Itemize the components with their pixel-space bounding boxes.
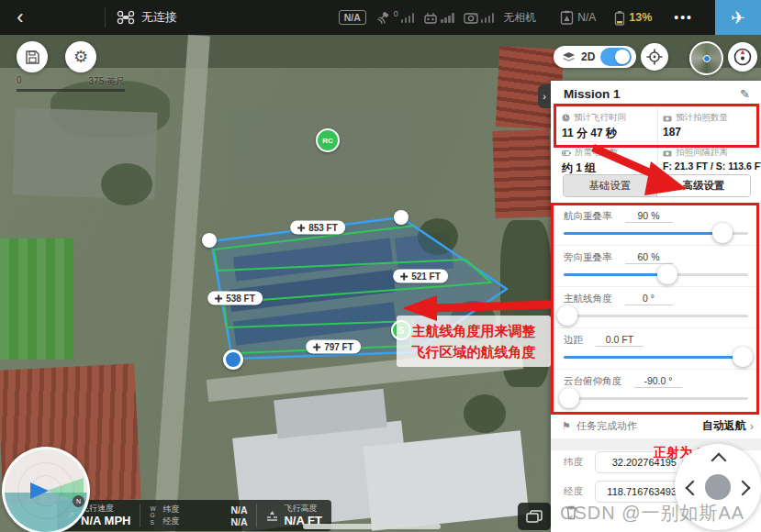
minimap-button[interactable] bbox=[689, 41, 723, 75]
tab-basic-settings[interactable]: 基础设置 bbox=[564, 175, 657, 196]
altitude-label: 飞行高度 bbox=[284, 504, 321, 515]
move-icon bbox=[400, 272, 408, 280]
drone-icon bbox=[117, 10, 135, 25]
app-screen: S RC 853 FT 521 FT 538 FT 797 FT ⚙ 0375 … bbox=[0, 0, 761, 532]
mission-panel: › Mission 1 ✎ 预计飞行时间 11 分 47 秒 预计拍照数量 18… bbox=[551, 81, 761, 532]
ellipsis-icon: ••• bbox=[674, 10, 693, 25]
slider-row-course-overlap: 航向重叠率90 % bbox=[551, 204, 761, 246]
more-menu-button[interactable]: ••• bbox=[661, 10, 706, 25]
camera-signal-bars bbox=[481, 13, 495, 23]
rc-signal-status[interactable] bbox=[423, 11, 454, 24]
airplane-icon: ✈ bbox=[731, 7, 745, 28]
map-redroof-right bbox=[492, 129, 552, 218]
stat-label: 预计飞行时间 bbox=[574, 112, 626, 124]
connection-status[interactable]: 无连接 bbox=[117, 9, 177, 26]
home-indicator[interactable] bbox=[303, 524, 441, 529]
slider-track[interactable] bbox=[564, 356, 748, 359]
aircraft-battery-status[interactable]: N/A bbox=[560, 10, 596, 25]
chevron-right-icon: › bbox=[750, 419, 754, 433]
gps-status[interactable]: 0 bbox=[375, 11, 415, 25]
chevron-right-icon: › bbox=[543, 91, 546, 102]
edge-length-label-left[interactable]: 538 FT bbox=[207, 292, 263, 305]
locate-button[interactable] bbox=[641, 43, 668, 71]
watermark: CSDN @一别如斯AA bbox=[560, 501, 744, 526]
edge-length-label-bottom[interactable]: 797 FT bbox=[306, 340, 361, 354]
polygon-vertex-handle[interactable] bbox=[202, 233, 217, 248]
slider-thumb[interactable] bbox=[733, 347, 753, 367]
latitude-label: 纬度 bbox=[564, 456, 584, 469]
panel-collapse-handle[interactable]: › bbox=[538, 84, 551, 108]
takeoff-button[interactable]: ✈ bbox=[715, 0, 761, 35]
nudge-center-knob[interactable] bbox=[705, 474, 731, 500]
battery-icon bbox=[562, 150, 571, 157]
edge-length-label-top[interactable]: 853 FT bbox=[290, 221, 345, 235]
slider-thumb[interactable] bbox=[557, 305, 577, 326]
nudge-left-button[interactable] bbox=[686, 481, 701, 496]
map-mode-label: 2D bbox=[581, 50, 595, 63]
slider-thumb[interactable] bbox=[657, 264, 677, 284]
slider-fill bbox=[564, 232, 722, 235]
map-layers-button[interactable] bbox=[518, 503, 551, 530]
gps-signal-bars bbox=[401, 13, 415, 23]
lng-label: 经度 bbox=[162, 516, 194, 527]
annotation-text-line2: 飞行区域的航线角度 bbox=[412, 341, 536, 362]
slider-thumb[interactable] bbox=[559, 388, 579, 408]
polygon-vertex-handle[interactable] bbox=[394, 210, 408, 225]
edit-mission-icon[interactable]: ✎ bbox=[740, 87, 750, 101]
slider-label: 边距 bbox=[564, 334, 583, 347]
layers-icon bbox=[526, 510, 543, 524]
attitude-compass-ball[interactable]: N bbox=[2, 447, 90, 532]
slider-track[interactable] bbox=[564, 397, 748, 400]
back-button[interactable]: ‹ bbox=[0, 0, 40, 35]
mission-settings-button[interactable]: ⚙ bbox=[65, 41, 96, 72]
stat-label: 预计拍照数量 bbox=[676, 112, 728, 124]
map-building-white-2 bbox=[364, 430, 530, 530]
nudge-up-button[interactable] bbox=[711, 453, 727, 469]
tab-label: 基础设置 bbox=[589, 179, 632, 193]
edge-length-label-right[interactable]: 521 FT bbox=[393, 270, 448, 283]
camera-signal-status[interactable] bbox=[464, 12, 495, 24]
divider bbox=[105, 7, 106, 28]
connection-status-text: 无连接 bbox=[141, 9, 177, 26]
slider-track[interactable] bbox=[564, 273, 748, 276]
polygon-vertex-handle-selected[interactable] bbox=[223, 349, 243, 370]
lat-value: N/A bbox=[194, 504, 247, 515]
compass-orientation-button[interactable] bbox=[728, 42, 757, 72]
slider-label: 云台俯仰角度 bbox=[564, 375, 621, 388]
slider-label: 旁向重叠率 bbox=[564, 251, 612, 264]
slider-track[interactable] bbox=[564, 315, 748, 317]
stat-value: F: 21.3 FT / S: 113.6 FT bbox=[663, 161, 759, 172]
stat-value: 187 bbox=[663, 126, 761, 139]
battery-percent: 13% bbox=[629, 11, 652, 24]
tab-advanced-settings[interactable]: 高级设置 bbox=[657, 175, 750, 196]
flight-mode-badge[interactable]: N/A bbox=[339, 10, 366, 25]
slider-value[interactable]: 0 ° bbox=[625, 293, 673, 305]
annotation-text-line1: 主航线角度用来调整 bbox=[412, 320, 536, 341]
slider-thumb[interactable] bbox=[712, 223, 733, 243]
map-2d-toggle[interactable] bbox=[600, 48, 632, 66]
scale-bar bbox=[17, 89, 125, 92]
compass-icon bbox=[733, 47, 753, 67]
interval-icon bbox=[663, 150, 672, 157]
battery-icon bbox=[614, 10, 625, 26]
scale-distance: 375 英尺 bbox=[89, 75, 125, 88]
settings-tabs: 基础设置 高级设置 bbox=[563, 174, 751, 197]
slider-row-side-overlap: 旁向重叠率60 % bbox=[551, 245, 761, 287]
slider-label: 航向重叠率 bbox=[564, 210, 612, 223]
slider-value[interactable]: -90.0 ° bbox=[634, 375, 682, 388]
longitude-input[interactable]: 118.716763493 bbox=[595, 481, 683, 503]
map-sports-field bbox=[0, 238, 73, 360]
save-mission-button[interactable] bbox=[17, 41, 48, 72]
battery-status[interactable]: 13% bbox=[614, 10, 652, 26]
finish-action-row[interactable]: ⚑ 任务完成动作 自动返航 › bbox=[551, 413, 761, 439]
altitude-icon bbox=[266, 510, 278, 521]
longitude-value: 118.716763493 bbox=[607, 486, 677, 497]
nudge-right-button[interactable] bbox=[735, 481, 751, 496]
slider-value[interactable]: 90 % bbox=[625, 210, 673, 223]
rc-location-marker[interactable]: RC bbox=[316, 128, 340, 152]
slider-value[interactable]: 0.0 FT bbox=[596, 334, 643, 347]
slider-track[interactable] bbox=[564, 232, 748, 235]
slider-value[interactable]: 60 % bbox=[625, 251, 673, 264]
gear-icon: ⚙ bbox=[73, 47, 88, 67]
camera-icon bbox=[663, 115, 672, 122]
